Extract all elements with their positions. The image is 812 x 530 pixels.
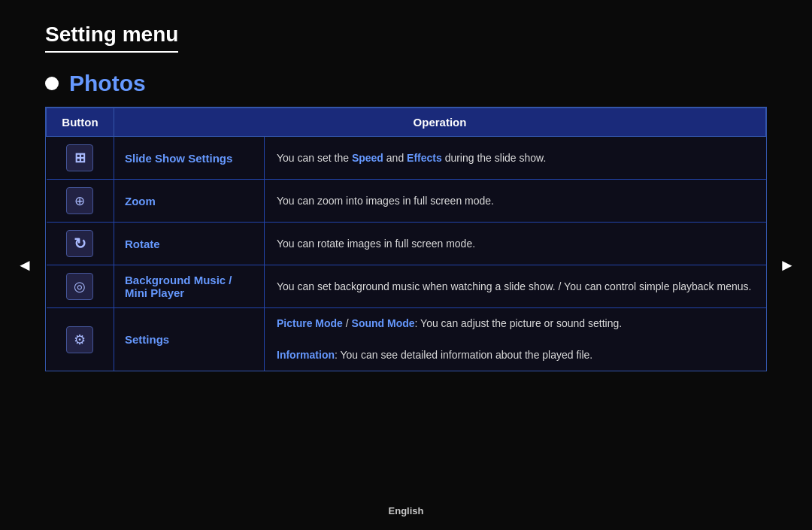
row-name-cell: Rotate: [114, 223, 265, 265]
row-name-cell: Background Music /Mini Player: [114, 265, 265, 308]
section-header: Photos: [45, 71, 767, 96]
button-cell: ↻: [47, 223, 114, 265]
row-name-cell: Zoom: [114, 180, 265, 223]
row-name-cell: Slide Show Settings: [114, 137, 265, 180]
rotate-icon: ↻: [66, 230, 93, 257]
footer-language: English: [389, 505, 424, 516]
zoom-icon: ⊕: [66, 187, 93, 214]
page-title: Setting menu: [45, 23, 178, 53]
section-bullet: [45, 77, 59, 90]
col-button-header: Button: [47, 108, 114, 137]
button-cell: ⊕: [47, 180, 114, 223]
table-row: ↻RotateYou can rotate images in full scr…: [47, 223, 766, 265]
row-operation-cell: You can set the Speed and Effects during…: [265, 137, 766, 180]
nav-arrow-right[interactable]: ►: [776, 247, 798, 284]
button-cell: ⊞: [47, 137, 114, 180]
row-operation-cell: You can zoom into images in full screen …: [265, 180, 766, 223]
section-title: Photos: [69, 71, 146, 96]
table-row: ⊞Slide Show SettingsYou can set the Spee…: [47, 137, 766, 180]
row-operation-cell: Picture Mode / Sound Mode: You can adjus…: [265, 308, 766, 371]
button-cell: ⚙: [47, 308, 114, 371]
background-music-icon: ◎: [66, 273, 93, 300]
row-operation-cell: You can set background music when watchi…: [265, 265, 766, 308]
slideshow-settings-icon: ⊞: [66, 144, 93, 171]
row-name-cell: Settings: [114, 308, 265, 371]
page-container: Setting menu Photos Button Operation ⊞Sl…: [0, 0, 812, 530]
settings-table: Button Operation ⊞Slide Show SettingsYou…: [45, 107, 767, 371]
nav-arrow-left[interactable]: ◄: [14, 247, 36, 284]
settings-icon: ⚙: [66, 326, 93, 353]
table-row: ⊕ZoomYou can zoom into images in full sc…: [47, 180, 766, 223]
row-operation-cell: You can rotate images in full screen mod…: [265, 223, 766, 265]
table-row: ⚙SettingsPicture Mode / Sound Mode: You …: [47, 308, 766, 371]
button-cell: ◎: [47, 265, 114, 308]
col-operation-header: Operation: [114, 108, 766, 137]
table-header-row: Button Operation: [47, 108, 766, 137]
table-row: ◎Background Music /Mini PlayerYou can se…: [47, 265, 766, 308]
